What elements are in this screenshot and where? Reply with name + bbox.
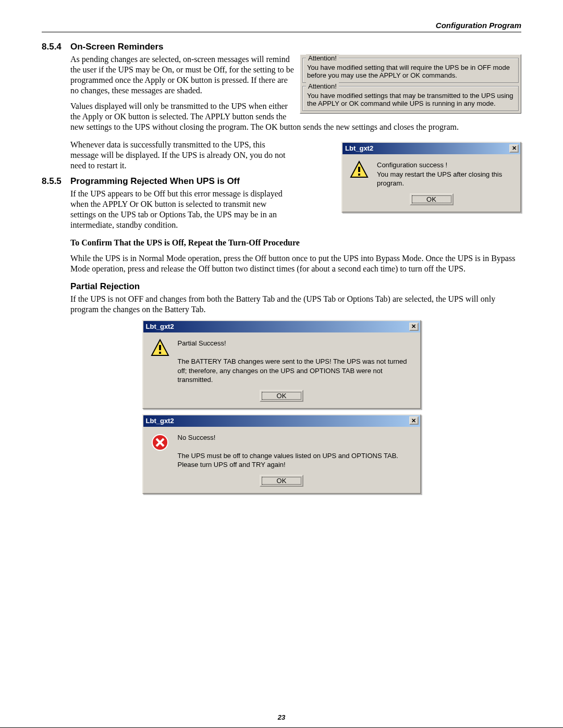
page-header: Configuration Program xyxy=(42,21,521,32)
warning-icon xyxy=(151,339,169,357)
warning-icon xyxy=(350,161,369,179)
error-icon xyxy=(151,433,169,452)
partial-rejection-dialogs: Lbt_gxt2 ✕ Partial Success! The BATTERY … xyxy=(142,320,421,494)
dialog-message: No Success! The UPS must be off to chang… xyxy=(178,433,413,470)
section-number: 8.5.4 xyxy=(42,42,70,52)
dialog-titlebar: Lbt_gxt2 ✕ xyxy=(342,143,520,154)
para-854-3: Whenever data is successfully transmitte… xyxy=(70,140,289,171)
attention-message-2: You have modified settings that may be t… xyxy=(307,92,513,107)
dialog-titlebar: Lbt_gxt2 ✕ xyxy=(143,415,420,427)
section-heading-855: 8.5.5 Programming Rejected When UPS is O… xyxy=(42,176,334,187)
section-title: Programming Rejected When UPS is Off xyxy=(70,176,240,187)
dialog-title: Lbt_gxt2 xyxy=(146,417,174,425)
partial-rejection-body: If the UPS is not OFF and changes from b… xyxy=(70,294,521,315)
dialog-title: Lbt_gxt2 xyxy=(345,144,373,152)
section-heading-854: 8.5.4 On-Screen Reminders xyxy=(42,42,521,52)
confirm-off-heading: To Confirm That the UPS is Off, Repeat t… xyxy=(70,238,521,248)
ok-button[interactable]: OK xyxy=(410,193,454,205)
dialog-message: Configuration success ! You may restart … xyxy=(377,161,513,188)
section-title: On-Screen Reminders xyxy=(70,42,164,52)
partial-rejection-heading: Partial Rejection xyxy=(70,281,521,292)
attention-legend: Attention! xyxy=(306,82,339,90)
partial-success-dialog: Lbt_gxt2 ✕ Partial Success! The BATTERY … xyxy=(142,320,421,409)
close-icon[interactable]: ✕ xyxy=(409,323,419,331)
attention-reminders-figure: Attention! You have modified setting tha… xyxy=(300,54,521,114)
confirm-off-body: While the UPS is in Normal Mode operatio… xyxy=(70,253,521,274)
dialog-message: Partial Success! The BATTERY TAB changes… xyxy=(178,339,413,385)
attention-box-off-required: Attention! You have modified setting tha… xyxy=(302,58,519,83)
section-number: 8.5.5 xyxy=(42,176,70,187)
svg-rect-2 xyxy=(358,174,360,176)
page-number: 23 xyxy=(0,713,563,721)
ok-button[interactable]: OK xyxy=(260,475,303,487)
close-icon[interactable]: ✕ xyxy=(509,144,519,153)
config-success-dialog: Lbt_gxt2 ✕ Configuration success ! You m… xyxy=(341,142,521,213)
attention-legend: Attention! xyxy=(306,54,339,62)
document-page: Configuration Program 8.5.4 On-Screen Re… xyxy=(0,0,563,728)
svg-rect-1 xyxy=(358,167,360,172)
svg-rect-4 xyxy=(159,345,161,350)
para-855-1: If the UPS appears to be Off but this er… xyxy=(70,189,289,230)
no-success-dialog: Lbt_gxt2 ✕ No Success! The UPS must be o… xyxy=(142,414,421,494)
ok-button[interactable]: OK xyxy=(260,390,303,402)
attention-message-1: You have modified setting that will requ… xyxy=(307,64,510,79)
svg-rect-5 xyxy=(159,352,161,354)
attention-box-any-mode: Attention! You have modified settings th… xyxy=(302,86,519,111)
dialog-titlebar: Lbt_gxt2 ✕ xyxy=(143,321,420,332)
close-icon[interactable]: ✕ xyxy=(409,416,419,425)
dialog-title: Lbt_gxt2 xyxy=(146,323,174,330)
